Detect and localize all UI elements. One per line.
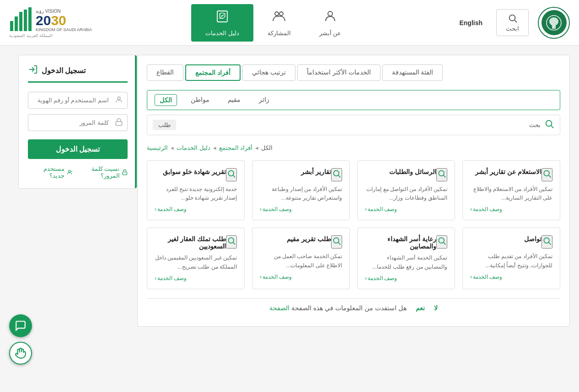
about-icon [323, 9, 338, 27]
card-3-desc: خدمة إلكترونية جديدة تتيح للفرد إصدار تق… [155, 185, 237, 202]
vision-sub: المملكة العربية السعودية [9, 33, 53, 38]
password-group [28, 114, 128, 131]
svg-point-19 [544, 170, 549, 176]
card-5-title: رعاية أسر الشهداء والمصابين [365, 235, 436, 250]
nav-about[interactable]: عن أبشر [305, 4, 356, 42]
login-title: تسجيل الدخول [28, 64, 128, 83]
card-4-desc: تمكين الأفراد من تقديم طلب للجوازات، وتت… [470, 252, 552, 270]
svg-rect-15 [24, 10, 27, 31]
card-4-title: تواصل [470, 235, 541, 243]
search-label: ابحث [506, 25, 519, 32]
nav-about-label: عن أبشر [319, 30, 342, 37]
nav-services[interactable]: دليل الخدمات [191, 4, 253, 42]
card-7-search-icon[interactable] [226, 235, 237, 249]
vision-kingdom: KINGDOM OF SAUDI ARABIA [36, 27, 92, 32]
svg-rect-1 [552, 27, 556, 29]
card-6: طلب تقرير مقيم تمكن الخدمة صاحب العمل من… [252, 228, 350, 289]
card-5-search-icon[interactable] [436, 235, 447, 249]
card-2: تقارير أبشر تمكين الأفراد من إصدار وطباع… [252, 160, 350, 220]
svg-rect-37 [116, 122, 122, 125]
card-3: تقرير شهادة خلو سوابق خدمة إلكترونية جدي… [147, 160, 245, 220]
tab-category[interactable]: الفئة المستهدفة [382, 64, 443, 81]
search-row: بحث طلب [147, 115, 560, 135]
svg-point-27 [544, 238, 549, 244]
nav-participation[interactable]: المشاركة [253, 4, 305, 42]
header-left: ابحث English [455, 7, 570, 39]
page-link[interactable]: الصفحة [269, 304, 290, 312]
accent-bar [135, 55, 137, 188]
password-input[interactable] [28, 114, 128, 131]
card-2-search-icon[interactable] [331, 168, 342, 181]
header: ابحث English عن أبشر [0, 0, 579, 46]
card-4: تواصل تمكين الأفراد من تقديم طلب للجوازا… [462, 228, 560, 289]
breadcrumb-services[interactable]: دليل الخدمات [177, 144, 210, 151]
card-0-search-icon[interactable] [541, 168, 552, 181]
svg-point-31 [333, 238, 339, 244]
card-3-title: تقرير شهادة خلو سوابق [155, 168, 226, 175]
forgot-password-link[interactable]: نسيت كلمة المرور؟ [72, 165, 128, 179]
filter-citizen[interactable]: مواطن [186, 94, 214, 106]
search-input[interactable] [180, 122, 525, 129]
float-buttons [9, 314, 32, 336]
card-6-desc: تمكن الخدمة صاحب العمل من الاطلاع على ال… [260, 252, 342, 270]
search-submit-button[interactable] [544, 119, 554, 131]
svg-line-24 [338, 175, 341, 178]
feedback-yes-btn[interactable]: نعم [416, 304, 425, 312]
card-7-link[interactable]: وصف الخدمة ‹ [155, 275, 237, 281]
feedback-question: هل استفدت من المعلومات في هذه الصفحة الص… [269, 304, 406, 312]
tab-sort[interactable]: ترتيب هجائي [242, 64, 295, 81]
card-1-link[interactable]: وصف الخدمة ‹ [365, 206, 447, 212]
breadcrumb-current: الكل [261, 144, 273, 151]
card-4-link[interactable]: وصف الخدمة ‹ [470, 274, 552, 280]
card-6-link[interactable]: وصف الخدمة ‹ [260, 274, 342, 280]
tab-popular[interactable]: الخدمات الأكثر استخداماً [297, 64, 381, 81]
card-1-title: الرسائل والطلبات [365, 168, 436, 175]
svg-rect-16 [28, 7, 32, 31]
breadcrumb-society[interactable]: أفراد المجتمع [219, 144, 253, 151]
svg-line-20 [549, 175, 551, 178]
card-0-desc: تمكين الأفراد من الاستعلام والاطلاع على … [470, 185, 552, 202]
filter-visitor[interactable]: زائر [254, 94, 274, 106]
tab-sector[interactable]: القطاع [147, 64, 183, 81]
login-button[interactable]: تسجيل الدخول [28, 139, 128, 159]
svg-line-22 [444, 175, 446, 178]
new-user-link[interactable]: مستخدم جديد؟ [28, 165, 72, 179]
card-1-desc: تمكين الأفراد من التواصل مع إمارات المنا… [365, 185, 447, 202]
chat-button[interactable] [9, 314, 32, 336]
card-4-search-icon[interactable] [541, 235, 552, 249]
card-5: رعاية أسر الشهداء والمصابين تمكين الخدمة… [357, 228, 455, 289]
svg-point-17 [546, 121, 552, 127]
card-2-link[interactable]: وصف الخدمة ‹ [260, 206, 342, 212]
svg-rect-13 [15, 16, 18, 31]
logo [538, 7, 570, 39]
feedback-no-btn[interactable]: لا [434, 304, 438, 312]
card-3-link[interactable]: وصف الخدمة ‹ [155, 206, 237, 212]
card-2-title: تقارير أبشر [260, 168, 331, 175]
card-1: الرسائل والطلبات تمكين الأفراد من التواص… [357, 160, 455, 220]
tab-society[interactable]: أفراد المجتمع [185, 64, 241, 81]
card-2-desc: تمكين الأفراد من إصدار وطباعة واستعراض ت… [260, 185, 342, 202]
card-7-desc: تمكين غير السعوديين المقيمين داخل المملك… [155, 254, 237, 271]
search-button[interactable]: ابحث [496, 9, 529, 36]
card-0-link[interactable]: وصف الخدمة ‹ [470, 206, 552, 212]
filter-all[interactable]: الكل [155, 94, 177, 106]
vision-year: 2030 [36, 14, 66, 27]
breadcrumb-home[interactable]: الرئيسية [147, 144, 168, 151]
svg-line-30 [444, 243, 446, 245]
services-icon [215, 9, 230, 27]
language-switcher[interactable]: English [455, 19, 487, 26]
card-1-search-icon[interactable] [436, 168, 447, 181]
card-3-search-icon[interactable] [226, 168, 237, 181]
filter-resident[interactable]: مقيم [223, 94, 245, 106]
card-6-search-icon[interactable] [331, 235, 342, 249]
card-5-desc: تمكين الخدمة أسر الشهداء والمصابين من رف… [365, 254, 447, 271]
card-5-link[interactable]: وصف الخدمة ‹ [365, 275, 447, 281]
svg-point-5 [275, 12, 279, 16]
request-tag: طلب [153, 120, 176, 130]
svg-line-28 [549, 243, 551, 245]
user-icon [115, 95, 123, 106]
content-area: الفئة المستهدفة الخدمات الأكثر استخداماً… [137, 55, 570, 327]
card-0-title: الاستعلام عن تقارير أبشر [470, 168, 541, 175]
username-input[interactable] [28, 92, 128, 109]
svg-point-29 [439, 238, 444, 244]
